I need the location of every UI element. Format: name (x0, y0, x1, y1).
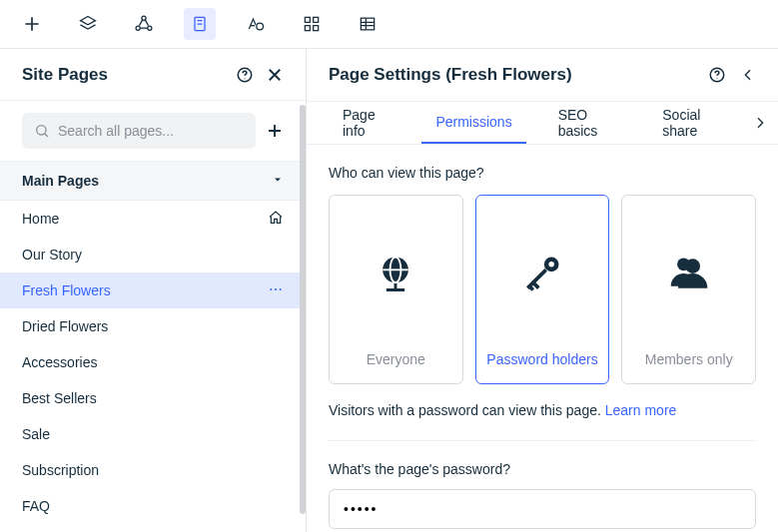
option-password-holders[interactable]: Password holders (475, 195, 610, 384)
page-item-accessories[interactable]: Accessories (0, 344, 306, 380)
add-icon[interactable] (16, 8, 48, 40)
top-toolbar (0, 0, 778, 49)
home-icon (268, 210, 284, 229)
page-list: Home Our Story Fresh Flowers Dried Flowe… (0, 201, 306, 532)
tabs-overflow-right-icon[interactable] (752, 102, 768, 144)
sidebar: Site Pages Main Pages (0, 49, 307, 532)
svg-point-12 (37, 126, 46, 135)
svg-rect-8 (314, 26, 319, 31)
chevron-down-icon (272, 173, 284, 189)
search-icon (34, 123, 50, 139)
page-icon[interactable] (184, 8, 216, 40)
svg-point-1 (136, 26, 140, 30)
help-icon[interactable] (708, 66, 726, 84)
help-icon[interactable] (236, 66, 254, 84)
page-item-label: Accessories (22, 354, 97, 370)
tab-social-share[interactable]: Social share (648, 102, 738, 144)
search-box[interactable] (22, 113, 256, 149)
page-item-label: Fresh Flowers (22, 282, 111, 298)
page-item-our-story[interactable]: Our Story (0, 237, 306, 272)
svg-rect-6 (314, 17, 319, 22)
option-everyone[interactable]: Everyone (329, 195, 463, 384)
svg-rect-9 (361, 18, 374, 30)
option-members-only[interactable]: Members only (621, 195, 756, 384)
password-label: What's the page's password? (329, 461, 756, 477)
page-item-label: Sale (22, 426, 50, 442)
globe-icon (374, 196, 417, 351)
page-item-subscription[interactable]: Subscription (0, 452, 306, 488)
apps-icon[interactable] (296, 8, 328, 40)
sidebar-title: Site Pages (22, 65, 108, 85)
option-label: Everyone (367, 351, 425, 367)
who-can-view-label: Who can view this page? (329, 165, 756, 181)
svg-rect-5 (305, 17, 310, 22)
page-item-home[interactable]: Home (0, 201, 306, 237)
svg-point-21 (548, 262, 554, 267)
svg-point-11 (244, 78, 245, 79)
password-input[interactable] (329, 489, 756, 529)
page-item-best-sellers[interactable]: Best Sellers (0, 380, 306, 416)
section-label: Main Pages (22, 173, 99, 189)
svg-rect-7 (305, 26, 310, 31)
page-item-sale[interactable]: Sale (0, 416, 306, 452)
option-label: Members only (645, 351, 733, 367)
tab-page-info[interactable]: Page info (329, 102, 403, 144)
svg-point-23 (677, 258, 690, 270)
tab-permissions[interactable]: Permissions (421, 102, 525, 144)
divider (329, 440, 756, 441)
tabs: Page info Permissions SEO basics Social … (307, 101, 778, 145)
members-icon (667, 196, 711, 351)
page-item-fresh-flowers[interactable]: Fresh Flowers (0, 272, 306, 308)
svg-point-4 (257, 23, 264, 30)
svg-point-15 (280, 287, 282, 289)
share-nodes-icon[interactable] (128, 8, 160, 40)
section-header-main-pages[interactable]: Main Pages (0, 161, 306, 201)
add-page-icon[interactable] (266, 122, 284, 140)
panel-title: Page Settings (Fresh Flowers) (329, 65, 572, 85)
learn-more-link[interactable]: Learn more (605, 402, 677, 418)
key-icon (520, 196, 564, 351)
page-item-label: FAQ (22, 498, 50, 514)
svg-point-2 (148, 26, 152, 30)
svg-point-0 (142, 16, 146, 20)
layers-icon[interactable] (72, 8, 104, 40)
svg-point-14 (275, 287, 277, 289)
more-icon[interactable] (268, 281, 284, 300)
helper-text: Visitors with a password can view this p… (329, 402, 756, 418)
design-icon[interactable] (240, 8, 272, 40)
permission-options: Everyone Password holders Members only (329, 195, 756, 384)
table-icon[interactable] (352, 8, 384, 40)
scrollbar[interactable] (300, 105, 306, 514)
option-label: Password holders (486, 351, 597, 367)
chevron-left-icon[interactable] (740, 67, 756, 83)
page-item-label: Dried Flowers (22, 318, 108, 334)
svg-point-17 (716, 78, 717, 79)
page-item-label: Our Story (22, 247, 82, 263)
page-item-label: Subscription (22, 462, 99, 478)
page-item-label: Home (22, 211, 59, 227)
tab-seo-basics[interactable]: SEO basics (544, 102, 631, 144)
search-input[interactable] (58, 123, 244, 139)
page-item-dried-flowers[interactable]: Dried Flowers (0, 308, 306, 344)
page-item-faq[interactable]: FAQ (0, 488, 306, 524)
page-item-label: Best Sellers (22, 390, 97, 406)
close-icon[interactable] (266, 66, 284, 84)
svg-point-13 (270, 287, 272, 289)
settings-panel: Page Settings (Fresh Flowers) Page info … (307, 49, 778, 532)
